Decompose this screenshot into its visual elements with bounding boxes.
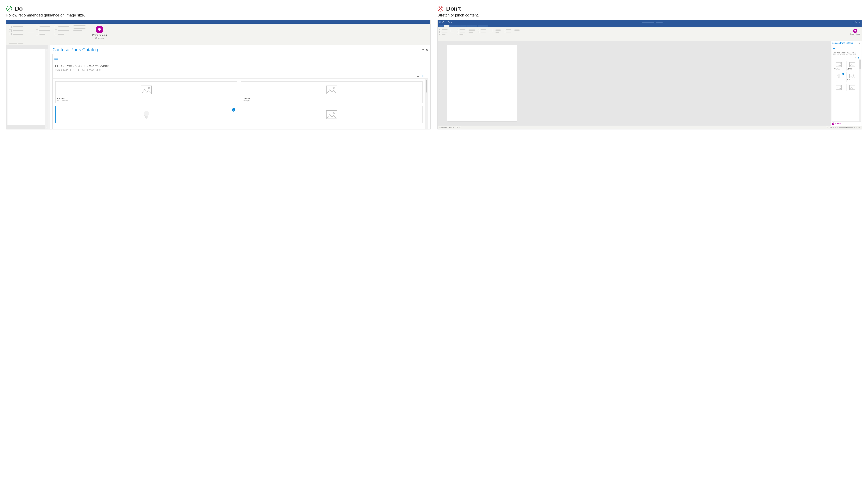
ribbon-tab[interactable] [472, 25, 477, 27]
grid-view-icon[interactable] [423, 75, 425, 77]
pane-scrollbar[interactable] [425, 79, 428, 129]
card-sub: 85w Equal [243, 100, 421, 102]
product-card[interactable] [833, 84, 845, 91]
scroll-up-icon[interactable] [46, 49, 48, 51]
breadcrumb-sub: 16 results in LED - R30 - 60-65 Watt Equ… [833, 54, 860, 55]
svg-point-22 [448, 22, 450, 23]
ribbon-group [28, 25, 50, 44]
dont-column: Don’t Stretch or pinch content. • ▾ – [438, 5, 862, 129]
card-brand: Contoso [57, 97, 235, 100]
lightbulb-icon [96, 26, 103, 33]
ribbon-tab-active[interactable] [444, 25, 450, 27]
svg-point-7 [7, 6, 12, 11]
window-minimize-icon[interactable]: – [853, 21, 854, 23]
window-maximize-icon[interactable] [855, 21, 857, 23]
svg-marker-8 [423, 50, 424, 50]
product-card[interactable]: Contoso85w Equal [846, 61, 858, 71]
repeat-icon[interactable] [448, 21, 450, 23]
svg-rect-21 [439, 22, 440, 23]
scroll-down-icon[interactable] [46, 127, 48, 129]
pane-close-icon[interactable]: ✕ [859, 42, 860, 44]
addin-label-1: Parts Catalog [850, 33, 860, 35]
hamburger-menu-icon[interactable] [54, 58, 58, 61]
scrollbar-vertical[interactable] [45, 49, 48, 129]
breadcrumb: LED - R30 - 2700K - Warm White 16 result… [53, 62, 428, 73]
zoom-slider[interactable]: − + 100% [837, 127, 860, 128]
svg-rect-32 [826, 127, 828, 128]
ribbon-tab[interactable] [478, 25, 483, 27]
product-card[interactable]: Contoso6D - 65w Equal [833, 61, 845, 71]
word-titlebar-strip [7, 20, 430, 24]
product-card[interactable] [241, 106, 423, 123]
ribbon-tab[interactable] [450, 25, 455, 27]
view-readmode-icon[interactable] [826, 127, 828, 128]
breadcrumb-main: LED - R30 - 2700K - Warm White [833, 52, 860, 54]
document-page [8, 49, 45, 125]
dont-subhead: Stretch or pinch content. [438, 13, 862, 17]
ribbon-group [55, 25, 69, 44]
ribbon-tab[interactable] [439, 25, 444, 27]
zoom-out-icon[interactable]: − [837, 127, 838, 128]
ribbon: Parts Catalog Contoso [438, 27, 861, 41]
breadcrumb: LED - R30 - 2700K - Warm White 16 result… [832, 51, 861, 56]
pane-close-icon[interactable] [426, 49, 428, 51]
do-subhead: Follow recommended guidance on image siz… [6, 13, 430, 17]
document-page [448, 45, 517, 121]
addin-ribbon-button[interactable]: Parts Catalog Contoso [850, 29, 860, 40]
selected-check-icon [232, 108, 235, 112]
breadcrumb-main: LED - R30 - 2700K - Warm White [55, 64, 425, 68]
card-sub: 6D - 65w Equal [57, 100, 235, 102]
image-placeholder-icon [243, 108, 421, 121]
product-card[interactable]: Contoso 85w Equal [241, 81, 423, 103]
image-placeholder-icon [57, 83, 235, 96]
spellcheck-icon[interactable] [456, 127, 458, 128]
redo-icon[interactable]: • [445, 21, 446, 23]
status-bar: Page 1 of 1 0 words − + 100% [438, 126, 861, 129]
lightbulb-icon [853, 29, 857, 33]
accessibility-icon[interactable] [459, 127, 461, 128]
brand-name: Contoso [835, 123, 841, 124]
do-column: Do Follow recommended guidance on image … [6, 5, 430, 129]
svg-rect-34 [834, 127, 835, 128]
addin-label-2: Contoso [853, 35, 858, 37]
product-card[interactable]: Contoso85w Equal [846, 72, 858, 82]
ribbon-tab[interactable] [483, 25, 488, 27]
card-brand: Contoso [243, 97, 421, 100]
svg-rect-31 [460, 127, 461, 128]
window-titlebar: • ▾ – ✕ [438, 20, 861, 24]
pane-menu-caret-icon[interactable]: ▾ [858, 42, 858, 44]
dont-heading: Don’t [446, 5, 461, 12]
product-card[interactable]: Contoso 6D - 65w Equal [55, 81, 237, 103]
dont-screenshot: • ▾ – ✕ [438, 20, 862, 129]
product-card[interactable] [846, 84, 858, 91]
zoom-in-icon[interactable]: + [854, 127, 855, 128]
task-pane: Contoso Parts Catalog ▾ ✕ LED - R30 - 27… [831, 41, 861, 126]
check-circle-icon [6, 6, 12, 12]
undo-icon[interactable] [442, 21, 444, 23]
brand-avatar-icon: C [832, 122, 834, 125]
view-weblayout-icon[interactable] [833, 127, 835, 128]
view-printlayout-icon[interactable] [830, 127, 832, 128]
selected-check-icon [842, 73, 844, 75]
ribbon-group [9, 25, 23, 44]
product-card-selected[interactable] [55, 106, 237, 123]
image-placeholder-icon [243, 83, 421, 96]
x-circle-icon [438, 6, 443, 12]
hamburger-menu-icon[interactable] [833, 48, 835, 50]
window-close-icon[interactable]: ✕ [859, 21, 860, 23]
do-heading: Do [15, 5, 23, 12]
ribbon-tab[interactable] [461, 25, 466, 27]
svg-rect-23 [856, 21, 857, 22]
list-view-icon[interactable] [417, 75, 420, 77]
pane-scrollbar[interactable] [859, 60, 861, 121]
svg-rect-30 [456, 127, 458, 128]
addin-ribbon-button[interactable]: Parts Catalog Contoso [90, 25, 109, 44]
grid-view-icon[interactable] [858, 57, 859, 58]
product-card-selected[interactable]: Contoso65w Equal [833, 72, 845, 82]
ribbon-tab[interactable] [455, 25, 461, 27]
pane-menu-caret-icon[interactable] [422, 49, 424, 51]
list-view-icon[interactable] [855, 57, 856, 58]
ribbon-tab[interactable] [466, 25, 472, 27]
status-words: 0 words [449, 127, 454, 128]
document-area [7, 45, 48, 129]
